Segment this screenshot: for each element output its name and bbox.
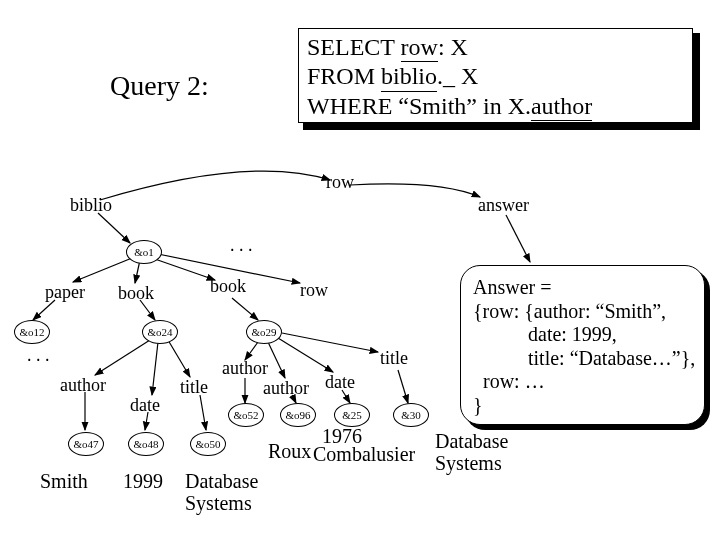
label-1999: 1999 — [123, 470, 163, 493]
query-line2: FROM biblio._ X — [307, 62, 684, 91]
node-o1: &o1 — [126, 240, 162, 264]
svg-line-11 — [168, 340, 190, 377]
query-line3: WHERE “Smith” in X.author — [307, 92, 684, 121]
svg-line-0 — [98, 213, 130, 243]
label-title2: title — [380, 348, 408, 369]
svg-line-4 — [152, 258, 215, 280]
label-row-mid: row — [300, 280, 328, 301]
q3a: WHERE “Smith” in X. — [307, 93, 531, 119]
label-author1: author — [60, 375, 106, 396]
label-db1: Database Systems — [185, 470, 258, 514]
q1a: SELECT — [307, 34, 401, 60]
q3u: author — [531, 92, 592, 121]
label-db2: Database Systems — [435, 430, 508, 474]
label-row-top: row — [326, 172, 354, 193]
label-date2: date — [325, 372, 355, 393]
svg-line-14 — [278, 338, 333, 372]
svg-line-22 — [398, 370, 408, 403]
label-dots-top: . . . — [230, 235, 253, 256]
label-author2: author — [222, 358, 268, 379]
q1b: : X — [438, 34, 468, 60]
svg-line-13 — [268, 342, 285, 378]
node-o96: &o96 — [280, 403, 316, 427]
label-roux: Roux — [268, 440, 311, 463]
query-title: Query 2: — [110, 70, 209, 102]
label-book1: book — [118, 283, 154, 304]
label-combalusier: Combalusier — [313, 443, 415, 466]
node-30: &30 — [393, 403, 429, 427]
node-o47: &o47 — [68, 432, 104, 456]
node-o52: &o52 — [228, 403, 264, 427]
node-o29: &o29 — [246, 320, 282, 344]
svg-line-15 — [282, 333, 378, 352]
label-author3: author — [263, 378, 309, 399]
svg-line-18 — [200, 395, 206, 430]
label-paper: paper — [45, 282, 85, 303]
label-date: date — [130, 395, 160, 416]
node-o50: &o50 — [190, 432, 226, 456]
q2b: ._ X — [437, 63, 478, 89]
q1u: row — [401, 33, 438, 62]
query-box: SELECT row: X FROM biblio._ X WHERE “Smi… — [298, 28, 693, 123]
q2a: FROM — [307, 63, 381, 89]
label-dots-left: . . . — [27, 345, 50, 366]
node-o48: &o48 — [128, 432, 164, 456]
label-book2: book — [210, 276, 246, 297]
query-line1: SELECT row: X — [307, 33, 684, 62]
svg-line-10 — [152, 342, 158, 395]
q2u: biblio — [381, 62, 437, 91]
answer-box: Answer = {row: {author: “Smith”, date: 1… — [460, 265, 705, 425]
svg-line-2 — [73, 258, 132, 282]
svg-line-8 — [232, 298, 258, 320]
label-title1: title — [180, 377, 208, 398]
label-smith: Smith — [40, 470, 88, 493]
label-answer: answer — [478, 195, 529, 216]
svg-line-1 — [506, 215, 530, 262]
node-o24: &o24 — [142, 320, 178, 344]
svg-line-9 — [95, 340, 150, 375]
svg-line-6 — [33, 300, 55, 320]
label-biblio: biblio — [70, 195, 112, 216]
node-o12: &o12 — [14, 320, 50, 344]
node-25: &25 — [334, 403, 370, 427]
